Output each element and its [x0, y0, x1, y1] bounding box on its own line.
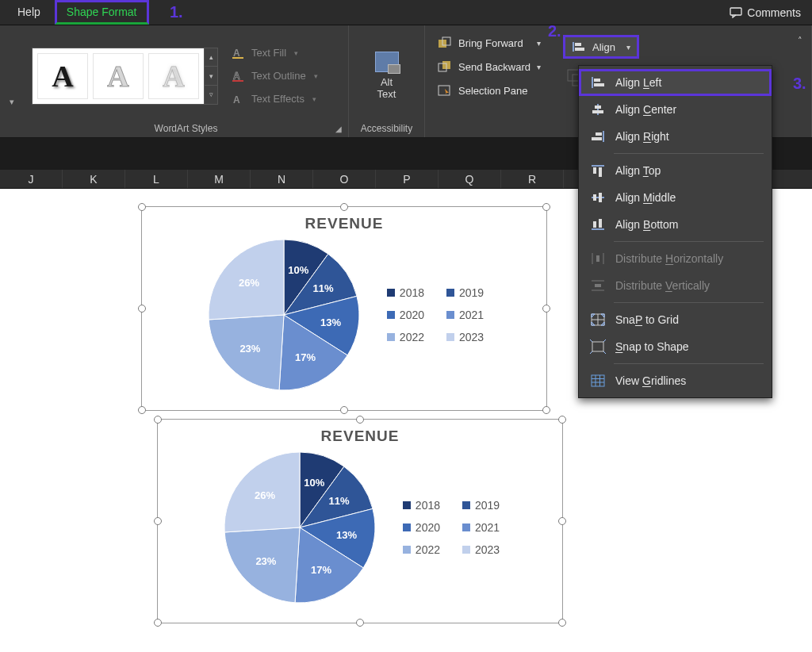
column-header-K[interactable]: K — [63, 170, 125, 188]
wordart-dialog-launcher[interactable]: ◢ — [335, 125, 347, 136]
column-header-N[interactable]: N — [251, 170, 313, 188]
selection-handle-tl[interactable] — [154, 416, 162, 424]
menu-distribute-vertically: Distribute Vertically — [579, 272, 772, 299]
chart-legend[interactable]: 201820192020202120222023 — [387, 286, 484, 343]
chart-legend[interactable]: 201820192020202120222023 — [403, 499, 500, 556]
menu-snap-to-grid[interactable]: SnaP to Grid — [579, 306, 772, 333]
menu-align-right-label: Align Right — [615, 130, 669, 143]
ribbon-collapse-button[interactable]: ˄ — [793, 33, 807, 48]
column-header-P[interactable]: P — [376, 170, 439, 188]
svg-rect-18 — [594, 83, 604, 86]
column-header-R[interactable]: R — [501, 170, 564, 188]
legend-swatch — [387, 289, 395, 297]
legend-item[interactable]: 2022 — [403, 543, 440, 556]
selection-handle-ml[interactable] — [138, 305, 146, 313]
wordart-style-1[interactable]: A — [37, 53, 88, 99]
wordart-style-3[interactable]: A — [148, 53, 199, 99]
wordart-style-2[interactable]: A — [93, 53, 144, 99]
selection-pane-button[interactable]: Selection Pane — [433, 82, 546, 98]
svg-rect-30 — [599, 193, 602, 202]
svg-rect-20 — [595, 105, 601, 109]
bring-forward-button[interactable]: Bring Forward▾ — [433, 35, 546, 51]
chart-title[interactable]: REVENUE — [158, 428, 562, 445]
selection-handle-bm[interactable] — [340, 406, 348, 414]
legend-swatch — [462, 501, 470, 509]
pie-plot[interactable]: 10%11%13%17%23%26% — [220, 448, 379, 607]
svg-rect-32 — [593, 221, 596, 228]
alt-text-label-l1: Alt — [377, 77, 396, 89]
legend-label: 2022 — [416, 543, 440, 556]
legend-item[interactable]: 2019 — [446, 286, 484, 299]
selection-handle-tm[interactable] — [340, 203, 348, 211]
legend-item[interactable]: 2020 — [403, 521, 440, 534]
legend-item[interactable]: 2018 — [403, 499, 440, 512]
menu-align-top[interactable]: Align Top — [579, 157, 772, 184]
legend-label: 2021 — [475, 521, 500, 534]
legend-item[interactable]: 2021 — [462, 521, 500, 534]
legend-item[interactable]: 2023 — [462, 543, 500, 556]
menu-align-right[interactable]: Align Right — [579, 123, 772, 150]
svg-rect-4 — [232, 80, 243, 82]
column-header-L[interactable]: L — [125, 170, 188, 188]
selection-handle-bl[interactable] — [154, 619, 162, 627]
align-center-icon — [590, 102, 606, 117]
align-split-button[interactable]: Align▾ — [563, 35, 639, 59]
legend-label: 2019 — [459, 286, 484, 299]
menu-align-middle[interactable]: Align Middle — [579, 184, 772, 211]
selection-handle-ml[interactable] — [154, 517, 162, 525]
menu-dist-h-label: Distribute Horizontally — [615, 252, 723, 265]
send-backward-button[interactable]: Send Backward▾ — [433, 59, 546, 75]
menu-snap-to-shape[interactable]: Snap to Shape — [579, 333, 772, 360]
chart-title[interactable]: REVENUE — [142, 215, 546, 232]
text-effects-button[interactable]: A Text Effects▾ — [232, 93, 318, 105]
selection-handle-bl[interactable] — [138, 406, 146, 414]
legend-item[interactable]: 2019 — [462, 499, 500, 512]
legend-item[interactable]: 2022 — [387, 331, 424, 343]
group-accessibility: Alt Text Accessibility — [349, 25, 425, 137]
alt-text-label-l2: Text — [377, 89, 396, 101]
pie-plot[interactable]: 10%11%13%17%23%26% — [205, 236, 363, 394]
column-header-J[interactable]: J — [0, 170, 63, 188]
selection-handle-br[interactable] — [558, 619, 566, 627]
selection-handle-tm[interactable] — [356, 416, 364, 424]
selection-handle-mr[interactable] — [542, 305, 550, 313]
selection-handle-bm[interactable] — [356, 619, 364, 627]
chart-object-2[interactable]: REVENUE10%11%13%17%23%26%201820192020202… — [157, 419, 563, 623]
svg-text:A: A — [233, 48, 240, 59]
tab-shape-format[interactable]: Shape Format — [55, 0, 149, 25]
bring-forward-icon — [438, 36, 452, 49]
svg-rect-17 — [594, 79, 600, 82]
send-backward-label: Send Backward — [458, 61, 530, 73]
chart-object-1[interactable]: REVENUE10%11%13%17%23%26%201820192020202… — [141, 206, 547, 411]
selection-handle-mr[interactable] — [558, 517, 566, 525]
selection-handle-tl[interactable] — [138, 203, 146, 211]
wordart-gallery-expand[interactable]: ▿ — [205, 86, 217, 104]
comments-button[interactable]: Comments — [725, 0, 806, 25]
legend-item[interactable]: 2018 — [387, 286, 424, 299]
legend-item[interactable]: 2020 — [387, 309, 424, 321]
text-fill-button[interactable]: A Text Fill▾ — [232, 47, 318, 59]
menu-align-bottom[interactable]: Align Bottom — [579, 211, 772, 238]
menu-align-left[interactable]: Align Left — [579, 69, 772, 96]
selection-handle-tr[interactable] — [558, 416, 566, 424]
wordart-group-label: WordArt Styles — [32, 121, 340, 136]
wordart-page-down[interactable]: ▾ — [205, 67, 217, 86]
ribbon-prev-scroll[interactable]: ▾ — [0, 25, 24, 137]
wordart-gallery-spinner[interactable]: ▴ ▾ ▿ — [204, 48, 218, 105]
column-header-M[interactable]: M — [188, 170, 251, 188]
wordart-gallery[interactable]: A A A — [32, 48, 204, 105]
tab-help[interactable]: Help — [6, 0, 52, 25]
svg-text:A: A — [233, 94, 240, 105]
alt-text-button[interactable]: Alt Text — [360, 52, 414, 101]
wordart-page-up[interactable]: ▴ — [205, 48, 217, 67]
text-outline-button[interactable]: A Text Outline▾ — [232, 70, 318, 82]
selection-handle-br[interactable] — [542, 406, 550, 414]
menu-align-center[interactable]: Align Center — [579, 96, 772, 123]
legend-item[interactable]: 2023 — [446, 331, 484, 343]
menu-view-gridlines[interactable]: View Gridlines — [579, 367, 772, 394]
column-header-Q[interactable]: Q — [439, 170, 501, 188]
column-header-O[interactable]: O — [313, 170, 376, 188]
menu-separator — [614, 241, 764, 242]
selection-handle-tr[interactable] — [542, 203, 550, 211]
legend-item[interactable]: 2021 — [446, 309, 484, 321]
